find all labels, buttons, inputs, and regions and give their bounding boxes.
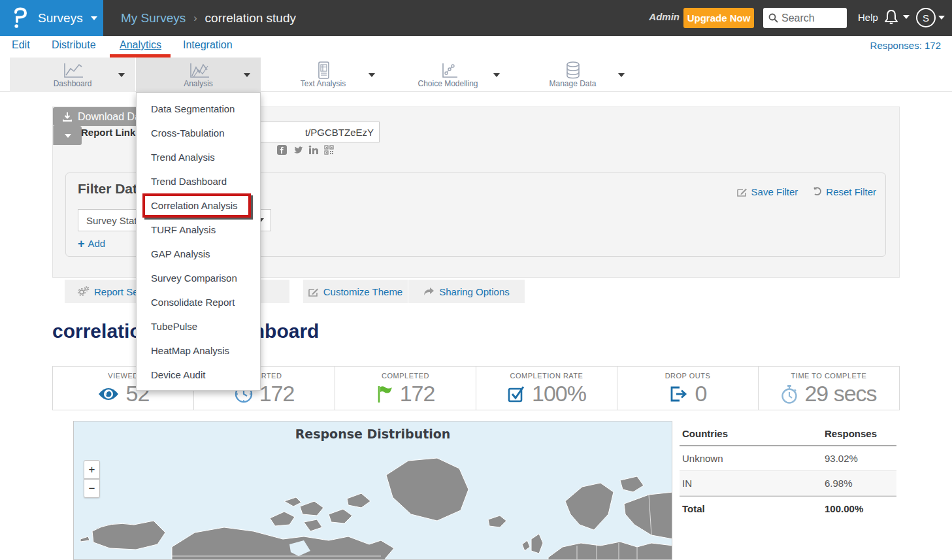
breadcrumb-my-surveys[interactable]: My Surveys	[121, 11, 186, 25]
stat-value: 100%	[532, 381, 586, 406]
map-zoom-out-button[interactable]: −	[84, 479, 100, 498]
analysis-dropdown-menu: Data Segmentation Cross-Tabulation Trend…	[136, 92, 261, 391]
social-share-row	[277, 145, 334, 155]
linkedin-icon[interactable]	[308, 145, 319, 155]
menu-item-device-audit[interactable]: Device Audit	[137, 363, 260, 387]
breadcrumb-current: correlation study	[205, 11, 296, 25]
qr-code-icon[interactable]	[324, 145, 334, 155]
chevron-down-icon	[369, 73, 375, 77]
add-filter-button[interactable]: + Add	[78, 238, 105, 249]
avatar: S	[916, 8, 936, 27]
help-link[interactable]: Help	[858, 12, 878, 23]
tab-sharing-options[interactable]: Sharing Options	[408, 280, 525, 303]
chevron-down-icon	[493, 73, 500, 77]
product-name: Surveys	[38, 11, 83, 25]
table-row: Unknown 93.02%	[680, 446, 896, 471]
world-map-image[interactable]	[74, 441, 672, 560]
toolbar-tab-manage-data[interactable]: Manage Data	[510, 58, 635, 92]
table-row: IN 6.98%	[680, 471, 896, 496]
toolbar-tab-choice-modelling[interactable]: Choice Modelling	[386, 58, 510, 92]
questionpro-logo-icon	[10, 7, 30, 30]
toolbar-tab-text-analysis[interactable]: Text Analysis	[261, 58, 386, 92]
twitter-icon[interactable]	[292, 145, 303, 155]
menu-item-data-segmentation[interactable]: Data Segmentation	[137, 97, 260, 121]
search-icon	[768, 13, 778, 23]
table-header-row: Countries Responses	[680, 421, 896, 446]
drop-out-icon	[669, 385, 689, 403]
tab-edit[interactable]: Edit	[12, 39, 30, 51]
stat-time-to-complete: TIME TO COMPLETE 29 secs	[759, 367, 899, 410]
toolbar-tab-label: Choice Modelling	[386, 79, 510, 88]
top-bar: Surveys My Surveys › correlation study A…	[0, 0, 952, 36]
save-filter-button[interactable]: Save Filter	[737, 186, 798, 197]
save-filter-label: Save Filter	[751, 186, 798, 197]
response-distribution-map: Response Distribution	[73, 421, 672, 560]
stat-value: 0	[695, 381, 707, 406]
section-tab-label: Sharing Options	[439, 286, 510, 297]
chevron-down-icon	[618, 73, 625, 77]
menu-item-consolidate-report[interactable]: Consolidate Report	[137, 290, 260, 314]
search-input[interactable]	[781, 12, 840, 24]
section-tab-label: Customize Theme	[323, 286, 402, 297]
scatter-chart-icon	[386, 61, 510, 80]
line-chart-icon	[136, 61, 261, 80]
toolbar-tab-dashboard[interactable]: Dashboard	[10, 58, 135, 92]
stat-label: COMPLETION RATE	[510, 372, 583, 380]
upgrade-now-button[interactable]: Upgrade Now	[683, 8, 754, 28]
toolbar-tab-label: Dashboard	[10, 79, 135, 88]
eye-icon	[97, 386, 120, 402]
chevron-down-icon	[244, 73, 250, 77]
facebook-icon[interactable]	[277, 145, 287, 155]
map-title: Response Distribution	[74, 427, 672, 441]
menu-item-trend-analysis[interactable]: Trend Analysis	[137, 145, 260, 169]
search-box[interactable]	[763, 8, 847, 28]
menu-item-gap-analysis[interactable]: GAP Analysis	[137, 242, 260, 266]
chevron-down-icon	[91, 16, 97, 20]
breadcrumb: My Surveys › correlation study	[121, 0, 296, 36]
notifications-menu[interactable]	[883, 8, 910, 25]
analytics-toolbar: Dashboard Analysis Text Analysis Choice …	[0, 58, 952, 92]
toolbar-tab-label: Analysis	[136, 79, 261, 88]
filter-data-heading: Filter Data	[78, 181, 145, 197]
menu-item-heatmap-analysis[interactable]: HeatMap Analysis	[137, 338, 260, 363]
admin-label: Admin	[649, 11, 680, 22]
menu-item-survey-comparison[interactable]: Survey Comparison	[137, 266, 260, 290]
stopwatch-icon	[781, 384, 798, 404]
edit-icon	[737, 187, 747, 197]
chevron-down-icon	[938, 16, 945, 20]
tab-distribute[interactable]: Distribute	[52, 39, 96, 51]
database-icon	[510, 61, 635, 80]
stat-label: DROP OUTS	[665, 372, 711, 380]
flag-icon	[376, 385, 393, 403]
reset-filter-button[interactable]: Reset Filter	[812, 186, 876, 197]
download-options-caret[interactable]	[53, 126, 82, 145]
toolbar-tab-label: Manage Data	[510, 79, 635, 88]
tab-customize-theme[interactable]: Customize Theme	[303, 280, 408, 303]
toolbar-tab-analysis[interactable]: Analysis	[136, 58, 261, 92]
menu-item-cross-tabulation[interactable]: Cross-Tabulation	[137, 121, 260, 145]
menu-item-tubepulse[interactable]: TubePulse	[137, 314, 260, 338]
share-arrow-icon	[423, 287, 435, 297]
map-zoom-in-button[interactable]: +	[84, 460, 100, 479]
total-label-cell: Total	[680, 503, 825, 514]
menu-item-correlation-analysis[interactable]: Correlation Analysis	[142, 193, 251, 218]
checkbox-icon	[507, 385, 525, 403]
tab-integration[interactable]: Integration	[183, 39, 233, 51]
stat-value: 172	[259, 381, 295, 406]
menu-item-trend-dashboard[interactable]: Trend Dashboard	[137, 169, 260, 193]
stat-drop-outs: DROP OUTS 0	[617, 367, 759, 410]
download-icon	[62, 112, 73, 122]
column-header-responses: Responses	[825, 428, 896, 439]
tab-analytics[interactable]: Analytics	[120, 39, 161, 51]
stat-value: 172	[400, 381, 435, 406]
add-label: Add	[88, 238, 106, 249]
menu-item-turf-analysis[interactable]: TURF Analysis	[137, 218, 260, 242]
edit-icon	[308, 287, 319, 297]
countries-table: Countries Responses Unknown 93.02% IN 6.…	[680, 421, 896, 521]
plus-icon: +	[78, 239, 85, 248]
brand-menu[interactable]: Surveys	[0, 0, 103, 36]
chevron-down-icon	[903, 15, 910, 19]
responses-cell: 93.02%	[825, 453, 896, 464]
account-menu[interactable]: S	[916, 8, 945, 27]
survey-nav: Edit Distribute Analytics Integration Re…	[0, 36, 952, 58]
